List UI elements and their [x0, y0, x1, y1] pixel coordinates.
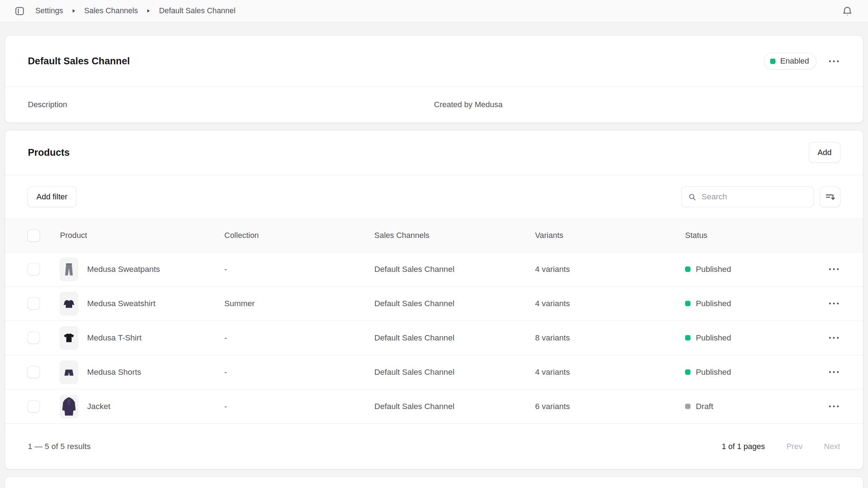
- product-thumbnail: [60, 258, 78, 281]
- bell-icon: [842, 5, 853, 17]
- enabled-dot-icon: [770, 59, 775, 64]
- shorts-icon: [63, 366, 75, 378]
- status-cell: Published: [685, 299, 820, 308]
- row-checkbox[interactable]: [28, 298, 40, 309]
- row-menu-button[interactable]: [828, 333, 840, 342]
- table-row[interactable]: Jacket - Default Sales Channel 6 variant…: [5, 389, 863, 424]
- product-thumbnail: [60, 395, 78, 418]
- table-row[interactable]: Medusa Sweatshirt Summer Default Sales C…: [5, 287, 863, 321]
- status-cell: Published: [685, 368, 820, 377]
- table-row[interactable]: Medusa T-Shirt - Default Sales Channel 8…: [5, 321, 863, 355]
- status-dot-icon: [685, 369, 690, 375]
- search-box[interactable]: [682, 187, 814, 207]
- variants-cell: 4 variants: [535, 265, 685, 274]
- add-products-button[interactable]: Add: [809, 143, 840, 163]
- select-all-checkbox[interactable]: [28, 230, 40, 241]
- channel-title-actions: Enabled: [764, 53, 840, 69]
- next-page-button[interactable]: Next: [824, 442, 840, 451]
- variants-cell: 4 variants: [535, 299, 685, 308]
- column-header-collection: Collection: [224, 231, 374, 240]
- column-header-sales-channels: Sales Channels: [374, 231, 535, 240]
- sweatshirt-icon: [63, 298, 75, 310]
- breadcrumb-default-sales-channel[interactable]: Default Sales Channel: [159, 6, 235, 15]
- table-header-row: Product Collection Sales Channels Varian…: [5, 219, 863, 252]
- sales-channels-cell: Default Sales Channel: [374, 333, 535, 343]
- products-card: Products Add Add filter Product Collec: [5, 130, 863, 469]
- table-row[interactable]: Medusa Shorts - Default Sales Channel 4 …: [5, 355, 863, 389]
- channel-menu-button[interactable]: [828, 57, 840, 66]
- sort-button[interactable]: [820, 187, 840, 207]
- table-body: Medusa Sweatpants - Default Sales Channe…: [5, 252, 863, 424]
- row-checkbox[interactable]: [28, 400, 40, 412]
- breadcrumb-settings[interactable]: Settings: [35, 6, 63, 15]
- variants-cell: 8 variants: [535, 333, 685, 343]
- product-cell: Medusa Sweatshirt: [60, 292, 224, 315]
- pagination: 1 of 1 pages Prev Next: [722, 442, 840, 451]
- prev-page-button[interactable]: Prev: [787, 442, 803, 451]
- status-cell: Published: [685, 333, 820, 343]
- sales-channel-page: Settings Sales Channels Default Sales Ch…: [0, 0, 868, 488]
- description-value: Created by Medusa: [434, 100, 863, 109]
- topbar: Settings Sales Channels Default Sales Ch…: [0, 0, 868, 22]
- jacket-icon: [61, 396, 77, 417]
- product-name: Medusa T-Shirt: [87, 333, 141, 343]
- status-cell: Published: [685, 265, 820, 274]
- row-checkbox[interactable]: [28, 332, 40, 344]
- search-icon: [688, 192, 697, 202]
- search-input[interactable]: [702, 192, 807, 201]
- status-dot-icon: [685, 301, 690, 306]
- status-label: Published: [696, 265, 731, 274]
- row-checkbox[interactable]: [28, 263, 40, 275]
- column-header-status: Status: [685, 231, 820, 240]
- product-cell: Medusa Shorts: [60, 361, 224, 384]
- filter-toolbar: Add filter: [5, 175, 863, 219]
- product-thumbnail: [60, 361, 78, 384]
- table-row[interactable]: Medusa Sweatpants - Default Sales Channe…: [5, 252, 863, 287]
- collection-cell: -: [224, 402, 374, 411]
- products-header: Products Add: [5, 130, 863, 175]
- column-header-variants: Variants: [535, 231, 685, 240]
- variants-cell: 6 variants: [535, 402, 685, 411]
- sales-channels-cell: Default Sales Channel: [374, 368, 535, 377]
- sweatpants-icon: [63, 261, 75, 278]
- collection-cell: -: [224, 368, 374, 377]
- collection-cell: -: [224, 265, 374, 274]
- product-cell: Medusa T-Shirt: [60, 327, 224, 349]
- product-name: Medusa Sweatpants: [87, 265, 160, 274]
- results-count: 1 — 5 of 5 results: [28, 442, 91, 451]
- description-row: Description Created by Medusa: [5, 87, 863, 123]
- status-dot-icon: [685, 267, 690, 272]
- row-menu-button[interactable]: [828, 402, 840, 411]
- row-checkbox[interactable]: [28, 366, 40, 378]
- status-label: Published: [696, 299, 731, 308]
- collection-cell: Summer: [224, 299, 374, 308]
- row-menu-button[interactable]: [828, 265, 840, 274]
- product-name: Medusa Sweatshirt: [87, 299, 155, 308]
- status-cell: Draft: [685, 402, 820, 411]
- collection-cell: -: [224, 333, 374, 343]
- next-section-card: [5, 477, 863, 488]
- table-footer: 1 — 5 of 5 results 1 of 1 pages Prev Nex…: [5, 424, 863, 469]
- add-filter-button[interactable]: Add filter: [28, 187, 76, 207]
- product-cell: Medusa Sweatpants: [60, 258, 224, 281]
- status-dot-icon: [685, 404, 690, 409]
- page-title: Default Sales Channel: [28, 56, 130, 67]
- page-indicator: 1 of 1 pages: [722, 442, 765, 451]
- sort-descending-icon: [825, 191, 835, 202]
- channel-title-row: Default Sales Channel Enabled: [5, 36, 863, 86]
- product-thumbnail: [60, 292, 78, 315]
- channel-header-card: Default Sales Channel Enabled Descriptio…: [5, 36, 863, 123]
- description-label: Description: [5, 100, 434, 109]
- status-label: Published: [696, 368, 731, 377]
- sales-channels-cell: Default Sales Channel: [374, 402, 535, 411]
- breadcrumb-sales-channels[interactable]: Sales Channels: [84, 6, 138, 15]
- product-thumbnail: [60, 327, 78, 349]
- status-badge: Enabled: [764, 53, 816, 69]
- breadcrumb: Settings Sales Channels Default Sales Ch…: [35, 6, 235, 15]
- row-menu-button[interactable]: [828, 368, 840, 377]
- sidebar-toggle-button[interactable]: [12, 3, 28, 19]
- row-menu-button[interactable]: [828, 299, 840, 308]
- status-badge-label: Enabled: [780, 56, 809, 66]
- product-name: Medusa Shorts: [87, 368, 141, 377]
- notifications-button[interactable]: [839, 3, 855, 19]
